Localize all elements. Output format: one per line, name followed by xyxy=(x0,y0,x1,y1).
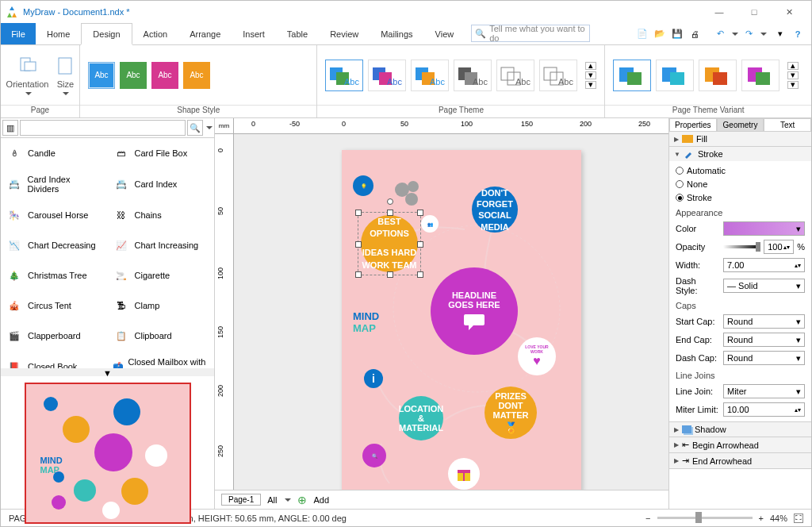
file-button[interactable]: File xyxy=(1,23,36,44)
shape-item[interactable]: 🚬Cigarette xyxy=(108,260,215,290)
line-join-select[interactable]: Miter▾ xyxy=(723,384,805,398)
zoom-out-button[interactable]: − xyxy=(645,514,650,523)
opacity-slider[interactable] xyxy=(723,245,760,248)
stroke-color-picker[interactable]: ▾ xyxy=(723,221,805,236)
save-icon[interactable]: 💾 xyxy=(670,27,684,41)
section-fill-header[interactable]: ▶Fill xyxy=(669,132,811,146)
page-theme-2[interactable]: Abc xyxy=(368,60,406,91)
end-cap-select[interactable]: Round▾ xyxy=(723,333,805,347)
people-bubble[interactable]: 👥 xyxy=(421,215,439,233)
page-tab-1[interactable]: Page-1 xyxy=(221,494,261,506)
page-tab-all[interactable]: All xyxy=(267,495,277,505)
redo-dropdown[interactable] xyxy=(760,33,767,36)
social-bubble[interactable]: DON'TFORGETSOCIALMEDIA xyxy=(472,187,518,233)
tab-arrange[interactable]: Arrange xyxy=(178,23,232,44)
tab-geometry[interactable]: Geometry xyxy=(717,118,764,132)
shape-item[interactable]: 📈Chart Increasing xyxy=(108,230,215,260)
location-bubble[interactable]: LOCATION &MATERIAL xyxy=(399,396,443,440)
selection-box[interactable] xyxy=(358,212,421,275)
tab-home[interactable]: Home xyxy=(36,23,81,44)
add-page-label[interactable]: Add xyxy=(313,495,329,505)
variant-scroll-down[interactable]: ▾ xyxy=(787,71,799,79)
shape-list[interactable]: 🕯Candle🗃Card File Box📇Card Index Divider… xyxy=(1,138,214,368)
shape-item[interactable]: 🎄Christmas Tree xyxy=(1,260,108,290)
page-theme-1[interactable]: Abc xyxy=(325,60,363,91)
tab-mailings[interactable]: Mailings xyxy=(370,23,423,44)
section-stroke-header[interactable]: ▼Stroke xyxy=(669,147,811,161)
shape-item[interactable]: 🗜Clamp xyxy=(108,290,215,321)
tab-insert[interactable]: Insert xyxy=(232,23,276,44)
shape-item[interactable]: 🗃Card File Box xyxy=(108,138,215,168)
new-icon[interactable]: 📄 xyxy=(635,27,649,41)
theme-scroll-up[interactable]: ▴ xyxy=(585,62,596,70)
canvas[interactable]: 💡 👥 DON'TFORGETSOCIALMEDIA BESTOPTIONSID… xyxy=(234,134,668,490)
theme-more[interactable]: ▾ xyxy=(585,81,596,89)
shape-style-3[interactable]: Abc xyxy=(151,62,178,89)
tab-action[interactable]: Action xyxy=(132,23,179,44)
tab-properties[interactable]: Properties xyxy=(669,118,717,132)
zoom-in-button[interactable]: + xyxy=(759,514,764,523)
page-theme-6[interactable]: Abc xyxy=(539,60,577,91)
shapes-search-button[interactable]: 🔍 xyxy=(187,120,203,136)
dash-cap-select[interactable]: Round▾ xyxy=(723,351,805,365)
maximize-button[interactable]: □ xyxy=(737,1,772,23)
bulb-bubble[interactable]: 💡 xyxy=(353,175,373,196)
shape-item[interactable]: 📕Closed Book xyxy=(1,351,108,368)
add-page-icon[interactable]: ⊕ xyxy=(297,494,307,506)
shape-style-4[interactable]: Abc xyxy=(183,62,210,89)
stroke-stroke-radio[interactable]: Stroke xyxy=(676,193,805,202)
info-bubble[interactable]: i xyxy=(364,369,383,388)
variant-scroll-up[interactable]: ▴ xyxy=(787,62,799,70)
dash-style-select[interactable]: — Solid▾ xyxy=(723,279,805,293)
zoom-fit-button[interactable]: ⛶ xyxy=(794,514,803,523)
shapes-search-dropdown[interactable] xyxy=(206,126,213,129)
tab-table[interactable]: Table xyxy=(276,23,319,44)
section-shadow-header[interactable]: ▶Shadow xyxy=(669,422,811,437)
minimize-button[interactable]: ― xyxy=(702,1,737,23)
undo-dropdown[interactable] xyxy=(732,33,738,36)
headline-bubble[interactable]: HEADLINEGOES HERE xyxy=(431,267,518,355)
tab-review[interactable]: Review xyxy=(319,23,370,44)
stroke-none-radio[interactable]: None xyxy=(676,179,805,189)
variant-4[interactable] xyxy=(741,60,779,91)
gears-bubble[interactable] xyxy=(389,175,426,212)
shapes-resize-handle[interactable]: ▼ xyxy=(1,368,214,376)
gift-bubble[interactable] xyxy=(448,458,480,490)
start-cap-select[interactable]: Round▾ xyxy=(723,314,805,329)
print-icon[interactable]: 🖨 xyxy=(688,27,702,41)
redo-button[interactable]: ↷ xyxy=(741,27,756,41)
tab-text[interactable]: Text xyxy=(764,118,811,132)
tell-me-search[interactable]: 🔍 Tell me what you want to do xyxy=(471,25,590,42)
page-theme-5[interactable]: Abc xyxy=(496,60,534,91)
all-dropdown[interactable] xyxy=(285,498,291,502)
miter-limit-input[interactable]: 10.00▴▾ xyxy=(723,402,805,417)
opacity-input[interactable]: 100▴▾ xyxy=(764,240,794,254)
variant-3[interactable] xyxy=(699,60,737,91)
variant-more[interactable]: ▾ xyxy=(787,81,799,89)
zoom-slider[interactable] xyxy=(657,517,753,519)
help-icon[interactable]: ? xyxy=(791,27,805,41)
open-icon[interactable]: 📂 xyxy=(653,27,667,41)
section-begin-arrow-header[interactable]: ▶⇤Begin Arrowhead xyxy=(669,437,811,452)
shape-item[interactable]: 📫Closed Mailbox with Lowered Flag xyxy=(108,351,215,368)
page-theme-4[interactable]: Abc xyxy=(454,60,492,91)
prizes-bubble[interactable]: PRIZES DONTMATTER 🏅 xyxy=(485,387,537,439)
search-bubble[interactable]: 🔍 xyxy=(362,444,386,467)
shape-style-1[interactable]: Abc xyxy=(88,62,115,89)
tab-design[interactable]: Design xyxy=(81,23,132,45)
tab-view[interactable]: View xyxy=(424,23,465,44)
page-theme-3[interactable]: Abc xyxy=(411,60,449,91)
love-bubble[interactable]: LOVE YOURWORK ♥ xyxy=(518,337,556,375)
shape-item[interactable]: 📇Card Index xyxy=(108,168,215,200)
shape-item[interactable]: 📋Clipboard xyxy=(108,321,215,351)
close-button[interactable]: ✕ xyxy=(772,1,806,23)
shapes-category-button[interactable]: ▥ xyxy=(2,120,18,136)
variant-2[interactable] xyxy=(656,60,694,91)
shape-item[interactable]: 🎪Circus Tent xyxy=(1,290,108,321)
page-preview[interactable]: MINDMAP xyxy=(1,376,214,527)
theme-scroll-down[interactable]: ▾ xyxy=(585,71,596,79)
shape-item[interactable]: ⛓Chains xyxy=(108,200,215,230)
shape-item[interactable]: 🎬Clapperboard xyxy=(1,321,108,351)
section-end-arrow-header[interactable]: ▶⇥End Arrowhead xyxy=(669,453,811,468)
undo-button[interactable]: ↶ xyxy=(713,27,727,41)
